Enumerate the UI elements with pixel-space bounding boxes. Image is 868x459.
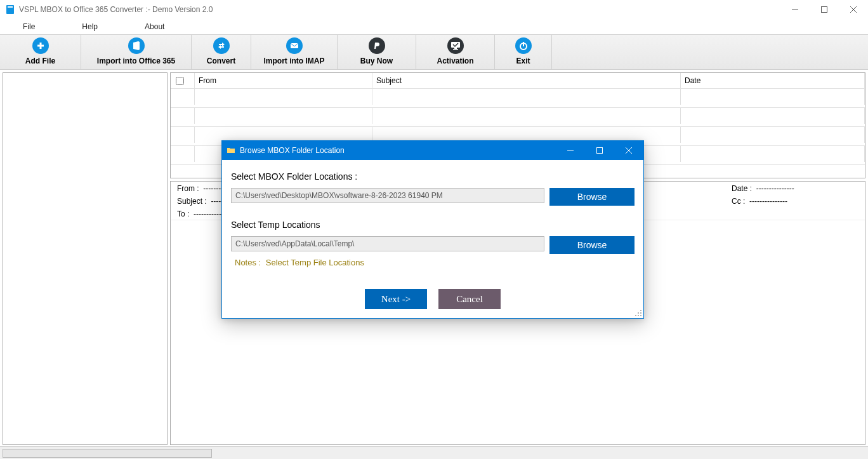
svg-rect-11: [453, 49, 458, 50]
list-row[interactable]: [171, 89, 865, 108]
svg-point-23: [635, 315, 636, 316]
menu-help[interactable]: Help: [78, 21, 102, 32]
paypal-icon: [369, 37, 385, 54]
status-bar: [0, 446, 868, 459]
progress-bar: [3, 449, 212, 458]
window-close-button[interactable]: [839, 0, 868, 19]
list-col-date[interactable]: Date: [681, 73, 865, 89]
monitor-check-icon: [447, 37, 464, 54]
browse-mbox-dialog: Browse MBOX Folder Location Select MBOX …: [221, 140, 644, 319]
svg-rect-15: [597, 148, 603, 154]
preview-date-value: ---------------: [756, 184, 794, 193]
svg-rect-3: [822, 7, 827, 13]
preview-cc-value: ---------------: [749, 197, 787, 206]
toolbar-activation-button[interactable]: Activation: [416, 35, 495, 69]
notes-prefix: Notes :: [235, 258, 261, 267]
temp-location-label: Select Temp Locations: [231, 220, 635, 230]
power-icon: [515, 37, 532, 54]
mbox-browse-button[interactable]: Browse: [549, 188, 635, 206]
window-title: VSPL MBOX to Office 365 Converter :- Dem…: [19, 5, 213, 14]
resize-grip-icon[interactable]: [635, 309, 642, 317]
dialog-notes: Notes : Select Temp File Locations: [235, 258, 635, 267]
dialog-close-button[interactable]: [614, 141, 643, 160]
temp-browse-button[interactable]: Browse: [549, 236, 635, 254]
svg-point-20: [638, 312, 639, 314]
folder-icon: [227, 147, 235, 154]
toolbar-import-imap-button[interactable]: Import into IMAP: [251, 35, 338, 69]
notes-link[interactable]: Select Temp File Locations: [266, 258, 364, 267]
toolbar: Add File Import into Office 365 Convert …: [0, 34, 868, 70]
list-row[interactable]: [171, 108, 865, 127]
next-button[interactable]: Next ->: [365, 289, 427, 309]
toolbar-activation-label: Activation: [437, 57, 473, 65]
dialog-actions: Next -> Cancel: [231, 289, 635, 309]
folder-tree-pane[interactable]: [3, 72, 168, 445]
window-minimize-button[interactable]: [780, 0, 810, 19]
svg-rect-10: [454, 48, 457, 49]
office365-icon: [128, 37, 145, 54]
toolbar-add-file-button[interactable]: Add File: [0, 35, 81, 69]
mbox-folder-label: Select MBOX Folder Locations :: [231, 171, 635, 182]
window-maximize-button[interactable]: [810, 0, 839, 19]
dialog-minimize-button[interactable]: [556, 141, 585, 160]
toolbar-import-imap-label: Import into IMAP: [264, 57, 325, 65]
toolbar-convert-label: Convert: [207, 57, 235, 65]
preview-to-label: To :: [177, 210, 189, 218]
toolbar-convert-button[interactable]: Convert: [192, 35, 251, 69]
svg-rect-9: [451, 42, 460, 48]
list-col-subject[interactable]: Subject: [372, 73, 681, 89]
preview-from-label: From :: [177, 184, 199, 193]
toolbar-exit-button[interactable]: Exit: [495, 35, 552, 69]
dialog-title-text: Browse MBOX Folder Location: [240, 146, 345, 155]
menu-file[interactable]: File: [19, 21, 39, 32]
dialog-body: Select MBOX Folder Locations : Browse Se…: [222, 160, 643, 318]
toolbar-add-file-label: Add File: [25, 57, 55, 65]
list-col-checkbox[interactable]: [171, 73, 195, 89]
mail-icon: [286, 37, 303, 54]
svg-point-21: [640, 315, 641, 316]
svg-point-22: [638, 315, 639, 316]
window-titlebar: VSPL MBOX to Office 365 Converter :- Dem…: [0, 0, 868, 19]
app-logo-icon: [5, 4, 15, 15]
temp-path-input[interactable]: [231, 236, 544, 251]
svg-point-19: [640, 312, 641, 314]
svg-rect-1: [8, 6, 13, 8]
cancel-button[interactable]: Cancel: [438, 289, 501, 309]
window-controls: [780, 0, 868, 19]
menubar: File Help About: [0, 19, 868, 34]
preview-date-label: Date :: [732, 184, 752, 193]
dialog-maximize-button[interactable]: [585, 141, 614, 160]
menu-about[interactable]: About: [141, 21, 168, 32]
plus-icon: [32, 37, 49, 54]
preview-subject-label: Subject :: [177, 197, 207, 206]
list-col-from[interactable]: From: [195, 73, 372, 89]
convert-icon: [213, 37, 230, 54]
select-all-checkbox[interactable]: [176, 77, 184, 85]
toolbar-buy-now-label: Buy Now: [360, 57, 393, 65]
preview-cc-label: Cc :: [732, 197, 745, 206]
toolbar-import-o365-button[interactable]: Import into Office 365: [81, 35, 192, 69]
toolbar-buy-now-button[interactable]: Buy Now: [338, 35, 416, 69]
list-header: From Subject Date: [171, 73, 865, 89]
svg-point-18: [640, 310, 641, 311]
toolbar-import-o365-label: Import into Office 365: [97, 57, 175, 65]
dialog-titlebar[interactable]: Browse MBOX Folder Location: [222, 141, 643, 160]
toolbar-exit-label: Exit: [516, 57, 530, 65]
mbox-folder-path-input[interactable]: [231, 188, 544, 203]
